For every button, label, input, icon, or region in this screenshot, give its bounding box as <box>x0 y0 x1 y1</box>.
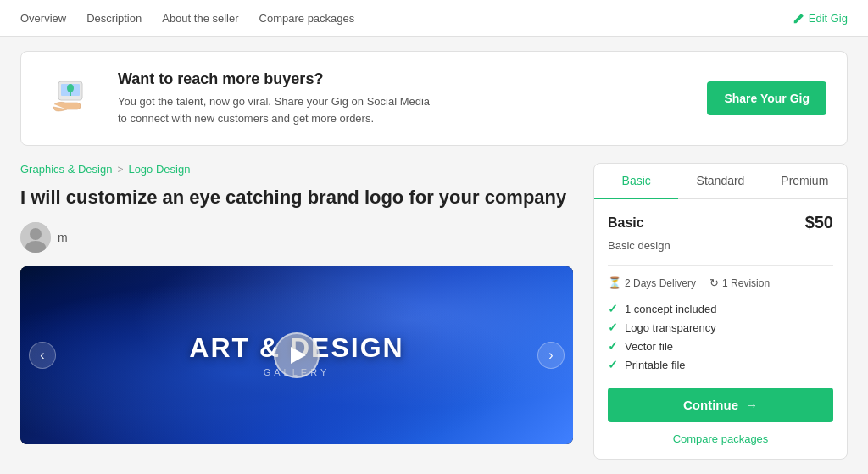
package-description: Basic design <box>608 239 833 252</box>
feature-item: ✓ Logo transparency <box>608 318 833 337</box>
feature-item: ✓ Printable file <box>608 355 833 374</box>
package-name: Basic <box>608 215 644 231</box>
feature-item: ✓ 1 concept included <box>608 299 833 318</box>
promo-description: You got the talent, now go viral. Share … <box>118 93 690 126</box>
gig-layout: Graphics & Design > Logo Design I will c… <box>20 163 848 460</box>
avatar-image <box>20 222 51 253</box>
package-tabs: Basic Standard Premium <box>594 164 847 199</box>
continue-label: Continue <box>683 398 738 412</box>
pencil-icon <box>793 13 804 25</box>
check-icon-1: ✓ <box>608 302 618 315</box>
feature-label-4: Printable file <box>625 359 686 371</box>
feature-label-2: Logo transparency <box>625 321 716 334</box>
edit-gig-button[interactable]: Edit Gig <box>793 12 848 25</box>
play-button[interactable] <box>274 332 320 378</box>
feature-label-3: Vector file <box>625 340 673 353</box>
revisions-label: 1 Revision <box>722 277 770 289</box>
seller-username: m <box>58 231 68 244</box>
tab-basic[interactable]: Basic <box>594 164 678 199</box>
nav-about-seller[interactable]: About the seller <box>162 2 238 35</box>
chevron-right-icon: › <box>548 348 553 363</box>
promo-banner: Want to reach more buyers? You got the t… <box>20 51 848 146</box>
delivery-label: 2 Days Delivery <box>625 277 696 289</box>
breadcrumb-parent[interactable]: Graphics & Design <box>20 163 112 176</box>
refresh-icon: ↻ <box>709 276 719 289</box>
play-icon <box>291 347 306 364</box>
check-icon-4: ✓ <box>608 358 618 371</box>
gig-details: Graphics & Design > Logo Design I will c… <box>20 163 573 460</box>
package-body: Basic $50 Basic design ⏳ 2 Days Delivery… <box>594 199 847 459</box>
prev-image-button[interactable]: ‹ <box>29 342 56 369</box>
promo-illustration <box>42 69 101 128</box>
package-header: Basic $50 <box>608 213 833 232</box>
compare-packages-link[interactable]: Compare packages <box>608 432 833 445</box>
package-panel: Basic Standard Premium Basic $50 Basic d… <box>593 163 848 460</box>
package-meta: ⏳ 2 Days Delivery ↻ 1 Revision <box>608 276 833 289</box>
top-navigation: Overview Description About the seller Co… <box>0 0 868 37</box>
gig-media: ART & DESIGN GALLERY ‹ › <box>20 266 573 444</box>
breadcrumb: Graphics & Design > Logo Design <box>20 163 573 176</box>
seller-info: m <box>20 222 573 253</box>
promo-title: Want to reach more buyers? <box>118 70 690 88</box>
nav-description[interactable]: Description <box>86 2 142 35</box>
breadcrumb-current[interactable]: Logo Design <box>128 163 190 176</box>
package-card: Basic Standard Premium Basic $50 Basic d… <box>593 163 848 460</box>
delivery-info: ⏳ 2 Days Delivery <box>608 276 696 289</box>
arrow-icon: → <box>745 398 758 412</box>
seller-avatar <box>20 222 51 253</box>
nav-overview[interactable]: Overview <box>20 2 66 35</box>
check-icon-2: ✓ <box>608 321 618 334</box>
share-gig-button[interactable]: Share Your Gig <box>707 81 826 115</box>
next-image-button[interactable]: › <box>537 342 565 369</box>
feature-item: ✓ Vector file <box>608 337 833 355</box>
promo-text: Want to reach more buyers? You got the t… <box>118 70 690 126</box>
nav-compare-packages[interactable]: Compare packages <box>259 2 355 35</box>
tab-standard[interactable]: Standard <box>678 164 762 199</box>
feature-label-1: 1 concept included <box>625 303 716 315</box>
gig-title: I will customize an eye catching brand l… <box>20 186 573 210</box>
divider-1 <box>608 265 833 266</box>
package-price: $50 <box>805 213 833 232</box>
clock-icon: ⏳ <box>608 276 621 289</box>
check-icon-3: ✓ <box>608 339 618 353</box>
tab-premium[interactable]: Premium <box>763 164 847 199</box>
svg-point-2 <box>67 84 74 92</box>
nav-links: Overview Description About the seller Co… <box>20 2 354 35</box>
chevron-left-icon: ‹ <box>40 348 44 363</box>
revisions-info: ↻ 1 Revision <box>709 276 770 289</box>
package-features-list: ✓ 1 concept included ✓ Logo transparency… <box>608 299 833 374</box>
breadcrumb-separator: > <box>117 164 123 176</box>
svg-point-5 <box>30 228 42 240</box>
main-content: Want to reach more buyers? You got the t… <box>0 37 868 473</box>
continue-button[interactable]: Continue → <box>608 388 833 422</box>
